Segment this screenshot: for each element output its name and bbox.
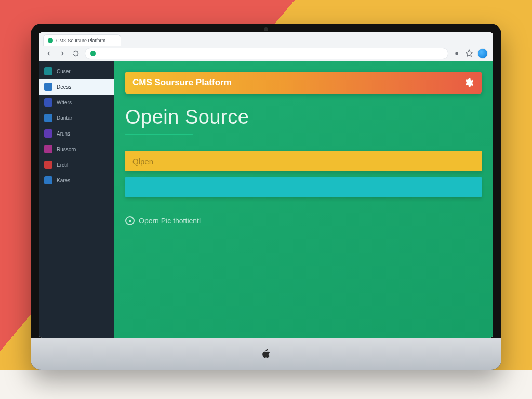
sidebar-item-label: Kares [57,178,70,183]
profile-avatar[interactable] [477,48,488,59]
sidebar-item-aruns[interactable]: Aruns [39,126,114,141]
monitor-chin [31,338,501,370]
main-content: CMS Soursure Platform Opein Source Opern… [114,61,493,338]
page-banner: CMS Soursure Platform [125,72,482,94]
primary-button[interactable] [125,177,482,197]
apple-logo-icon [259,347,273,361]
sidebar-icon [44,176,52,184]
tab-label: CMS Soursure Platform [56,38,105,43]
monitor-frame: CMS Soursure Platform [31,24,501,370]
primary-input[interactable] [125,151,482,171]
sidebar-item-russorn[interactable]: Russorn [39,141,114,157]
browser-tab[interactable]: CMS Soursure Platform [43,34,121,46]
sidebar-item-label: Cuser [57,69,71,74]
sidebar-item-erctil[interactable]: Erctil [39,157,114,172]
sidebar-item-label: Dantar [57,115,72,121]
sidebar-item-label: Wtters [57,100,72,105]
sidebar-item-label: Aruns [57,131,70,137]
star-icon[interactable] [465,49,473,58]
sidebar-item-wtters[interactable]: Wtters [39,95,114,110]
sidebar-item-label: Russorn [57,147,76,152]
sidebar-item-label: Erctil [57,162,68,168]
sidebar-icon [44,161,52,169]
sidebar-item-dantar[interactable]: Dantar [39,110,114,126]
sidebar-icon [44,129,52,138]
sidebar: CuserDeessWttersDantarArunsRussornErctil… [39,61,114,338]
sidebar-icon [44,67,52,75]
title-underline [125,134,193,135]
sidebar-icon [44,98,52,107]
footer-link[interactable]: Opern Pic thottientl [125,216,482,225]
browser-chrome: CMS Soursure Platform [39,32,493,61]
sidebar-icon [44,114,52,122]
address-bar[interactable] [85,48,448,59]
reload-button[interactable] [71,49,81,58]
extension-icon[interactable] [453,49,461,58]
screen: CMS Soursure Platform [39,32,493,338]
sidebar-icon [44,145,52,153]
forward-button[interactable] [58,49,67,58]
webcam-dot [264,27,268,31]
gear-icon[interactable] [463,77,474,88]
svg-point-0 [455,52,458,55]
page-title: Opein Source [125,106,482,128]
info-icon [125,216,135,225]
sidebar-item-label: Deess [57,84,71,90]
sidebar-item-cuser[interactable]: Cuser [39,63,114,79]
sidebar-icon [44,83,52,91]
sidebar-item-kares[interactable]: Kares [39,172,114,188]
footer-link-text: Opern Pic thottientl [139,217,201,225]
tab-favicon [48,38,53,43]
banner-title: CMS Soursure Platform [132,77,232,88]
back-button[interactable] [44,49,54,58]
sidebar-item-deess[interactable]: Deess [39,79,114,95]
site-lock-icon [90,51,96,56]
